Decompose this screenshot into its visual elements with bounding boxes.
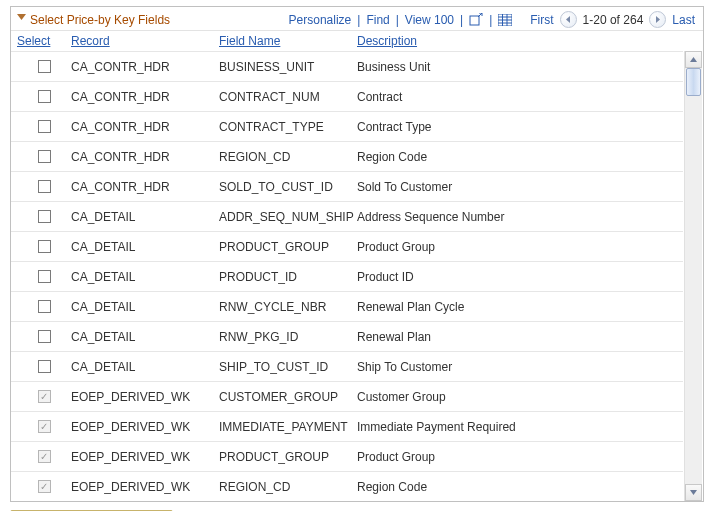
table-row: ✓EOEP_DERIVED_WKREGION_CDRegion Code xyxy=(11,471,683,501)
cell-description: Ship To Customer xyxy=(357,360,679,374)
cell-record: CA_DETAIL xyxy=(71,240,219,254)
cell-field-name: SOLD_TO_CUST_ID xyxy=(219,180,357,194)
row-select-checkbox: ✓ xyxy=(38,390,51,403)
scroll-track[interactable] xyxy=(685,68,702,484)
cell-description: Renewal Plan Cycle xyxy=(357,300,679,314)
cell-description: Business Unit xyxy=(357,60,679,74)
scroll-down-icon[interactable] xyxy=(685,484,702,501)
row-select-checkbox[interactable] xyxy=(38,180,51,193)
row-select-checkbox[interactable] xyxy=(38,300,51,313)
cell-record: CA_CONTR_HDR xyxy=(71,60,219,74)
cell-field-name: REGION_CD xyxy=(219,480,357,494)
view-all-link[interactable]: View 100 xyxy=(405,13,454,27)
cell-record: EOEP_DERIVED_WK xyxy=(71,450,219,464)
row-select-checkbox[interactable] xyxy=(38,60,51,73)
cell-record: CA_DETAIL xyxy=(71,330,219,344)
col-field-name[interactable]: Field Name xyxy=(219,34,357,48)
nav-prev-icon[interactable] xyxy=(560,11,577,28)
svg-marker-10 xyxy=(690,57,697,62)
cell-record: CA_CONTR_HDR xyxy=(71,150,219,164)
nav-first[interactable]: First xyxy=(530,13,553,27)
cell-record: CA_CONTR_HDR xyxy=(71,120,219,134)
grid-actions: Personalize | Find | View 100 | | xyxy=(289,13,513,27)
row-select-checkbox[interactable] xyxy=(38,150,51,163)
cell-field-name: ADDR_SEQ_NUM_SHIP xyxy=(219,210,357,224)
table-row: CA_DETAILPRODUCT_IDProduct ID xyxy=(11,261,683,291)
cell-field-name: RNW_PKG_ID xyxy=(219,330,357,344)
scroll-up-icon[interactable] xyxy=(685,51,702,68)
svg-rect-1 xyxy=(470,16,479,25)
cell-record: CA_CONTR_HDR xyxy=(71,180,219,194)
cell-field-name: BUSINESS_UNIT xyxy=(219,60,357,74)
row-select-checkbox: ✓ xyxy=(38,480,51,493)
cell-description: Customer Group xyxy=(357,390,679,404)
cell-description: Region Code xyxy=(357,480,679,494)
cell-record: CA_DETAIL xyxy=(71,270,219,284)
row-select-checkbox[interactable] xyxy=(38,90,51,103)
cell-description: Product Group xyxy=(357,240,679,254)
cell-record: EOEP_DERIVED_WK xyxy=(71,390,219,404)
col-select[interactable]: Select xyxy=(17,34,71,48)
row-select-checkbox: ✓ xyxy=(38,420,51,433)
nav-next-icon[interactable] xyxy=(649,11,666,28)
col-description[interactable]: Description xyxy=(357,34,679,48)
table-row: CA_DETAILRNW_CYCLE_NBRRenewal Plan Cycle xyxy=(11,291,683,321)
table-row: ✓EOEP_DERIVED_WKIMMEDIATE_PAYMENTImmedia… xyxy=(11,411,683,441)
table-row: CA_DETAILRNW_PKG_IDRenewal Plan xyxy=(11,321,683,351)
grid-nav: First 1-20 of 264 Last xyxy=(530,11,695,28)
table-row: CA_DETAILPRODUCT_GROUPProduct Group xyxy=(11,231,683,261)
table-row: CA_DETAILSHIP_TO_CUST_IDShip To Customer xyxy=(11,351,683,381)
grid-panel: Select Price-by Key Fields Personalize |… xyxy=(10,6,704,502)
cell-record: CA_CONTR_HDR xyxy=(71,90,219,104)
table-row: ✓EOEP_DERIVED_WKCUSTOMER_GROUPCustomer G… xyxy=(11,381,683,411)
cell-description: Contract Type xyxy=(357,120,679,134)
personalize-link[interactable]: Personalize xyxy=(289,13,352,27)
svg-marker-9 xyxy=(656,16,660,23)
table-row: CA_CONTR_HDRBUSINESS_UNITBusiness Unit xyxy=(11,51,683,81)
nav-range: 1-20 of 264 xyxy=(583,13,644,27)
row-select-checkbox[interactable] xyxy=(38,330,51,343)
collapse-icon xyxy=(17,14,26,23)
col-record[interactable]: Record xyxy=(71,34,219,48)
cell-description: Immediate Payment Required xyxy=(357,420,679,434)
table-row: CA_CONTR_HDRCONTRACT_TYPEContract Type xyxy=(11,111,683,141)
cell-record: EOEP_DERIVED_WK xyxy=(71,420,219,434)
table-row: CA_DETAILADDR_SEQ_NUM_SHIPAddress Sequen… xyxy=(11,201,683,231)
cell-record: EOEP_DERIVED_WK xyxy=(71,480,219,494)
column-headers: Select Record Field Name Description xyxy=(11,30,703,51)
grid-title[interactable]: Select Price-by Key Fields xyxy=(17,13,170,27)
row-select-checkbox[interactable] xyxy=(38,360,51,373)
download-icon[interactable] xyxy=(498,14,512,26)
scroll-thumb[interactable] xyxy=(686,68,701,96)
vertical-scrollbar[interactable] xyxy=(684,51,702,501)
cell-field-name: CONTRACT_NUM xyxy=(219,90,357,104)
cell-field-name: IMMEDIATE_PAYMENT xyxy=(219,420,357,434)
cell-field-name: PRODUCT_GROUP xyxy=(219,450,357,464)
table-row: ✓EOEP_DERIVED_WKPRODUCT_GROUPProduct Gro… xyxy=(11,441,683,471)
row-select-checkbox[interactable] xyxy=(38,120,51,133)
svg-marker-8 xyxy=(566,16,570,23)
cell-field-name: PRODUCT_ID xyxy=(219,270,357,284)
row-select-checkbox[interactable] xyxy=(38,210,51,223)
nav-last[interactable]: Last xyxy=(672,13,695,27)
cell-field-name: RNW_CYCLE_NBR xyxy=(219,300,357,314)
grid-title-text: Select Price-by Key Fields xyxy=(30,13,170,27)
svg-marker-0 xyxy=(17,14,26,20)
table-row: CA_CONTR_HDRCONTRACT_NUMContract xyxy=(11,81,683,111)
row-select-checkbox[interactable] xyxy=(38,270,51,283)
table-row: CA_CONTR_HDRSOLD_TO_CUST_IDSold To Custo… xyxy=(11,171,683,201)
cell-record: CA_DETAIL xyxy=(71,300,219,314)
zoom-icon[interactable] xyxy=(469,13,483,27)
cell-description: Contract xyxy=(357,90,679,104)
cell-description: Region Code xyxy=(357,150,679,164)
svg-marker-11 xyxy=(690,490,697,495)
cell-description: Product ID xyxy=(357,270,679,284)
cell-description: Address Sequence Number xyxy=(357,210,679,224)
find-link[interactable]: Find xyxy=(366,13,389,27)
cell-field-name: CONTRACT_TYPE xyxy=(219,120,357,134)
row-select-checkbox: ✓ xyxy=(38,450,51,463)
cell-field-name: REGION_CD xyxy=(219,150,357,164)
cell-description: Product Group xyxy=(357,450,679,464)
row-select-checkbox[interactable] xyxy=(38,240,51,253)
cell-field-name: SHIP_TO_CUST_ID xyxy=(219,360,357,374)
